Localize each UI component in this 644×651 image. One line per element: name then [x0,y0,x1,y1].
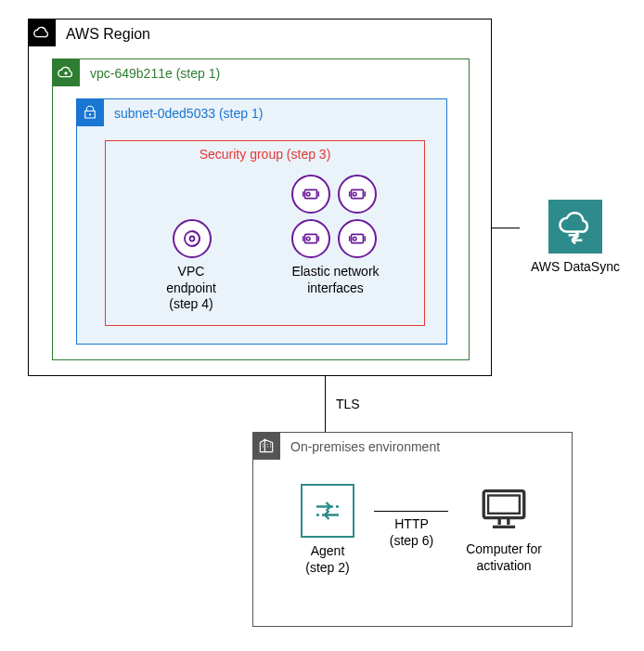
svg-point-0 [89,113,91,115]
datasync-icon [548,200,602,254]
agent-label-l2: (step 2) [305,560,349,575]
aws-region-box: AWS Region vpc-649b211e (step 1) subnet-… [28,19,492,376]
datasync-label: AWS DataSync [520,259,631,276]
subnet-label: subnet-0ded5033 (step 1) [114,106,263,121]
agent-icon [301,484,354,538]
svg-point-6 [353,192,356,196]
subnet-box: subnet-0ded5033 (step 1) Security group … [76,98,447,345]
on-premises-title: On-premises environment [290,439,440,454]
agent-label-l1: Agent [311,543,345,558]
svg-point-4 [306,192,310,196]
connector-line [325,376,326,432]
connector-line [374,511,448,512]
vpc-endpoint-label: VPC endpoint (step 4) [145,264,238,313]
computer-label-l2: activation [476,558,531,573]
security-group-box: Security group (step 3) VPC endpoint (st… [105,140,425,326]
computer-label: Computer for activation [453,541,555,574]
vpc-cloud-icon [52,59,80,86]
vpc-label: vpc-649b211e (step 1) [90,66,220,81]
svg-point-2 [190,237,195,241]
vpc-endpoint-icon [173,219,212,258]
vpc-endpoint-label-l3: (step 4) [169,296,213,311]
agent: Agent (step 2) [286,484,369,576]
svg-point-10 [353,237,356,241]
eni-label-l2: interfaces [307,280,364,295]
eni-label-l1: Elastic network [291,264,379,279]
security-group-label: Security group (step 3) [106,147,424,162]
vpc-endpoint-label-l2: endpoint [166,280,216,295]
vpc-endpoint-label-l1: VPC [178,264,205,279]
computer-label-l1: Computer for [466,541,542,556]
http-label: HTTP (step 6) [381,516,442,549]
http-label-l2: (step 6) [390,533,433,548]
on-premises-box: On-premises environment Agent (step 2) H… [252,432,573,627]
eni-icon [338,219,377,258]
eni-icon [338,175,377,214]
computer-icon [474,479,534,539]
aws-datasync: AWS DataSync [520,200,631,276]
agent-label: Agent (step 2) [286,543,369,576]
computer-for-activation: Computer for activation [453,479,555,574]
vpc-box: vpc-649b211e (step 1) subnet-0ded5033 (s… [52,59,470,360]
cloud-icon [28,19,56,46]
eni-icon [291,219,330,258]
aws-region-title: AWS Region [66,26,150,43]
eni-icon [291,175,330,214]
building-icon [252,432,280,460]
svg-point-8 [306,237,310,241]
connector-line [492,228,520,228]
subnet-lock-icon [76,98,104,126]
tls-label: TLS [336,397,360,411]
svg-rect-12 [488,496,520,514]
http-label-l1: HTTP [394,516,429,531]
eni-label: Elastic network interfaces [277,264,393,296]
